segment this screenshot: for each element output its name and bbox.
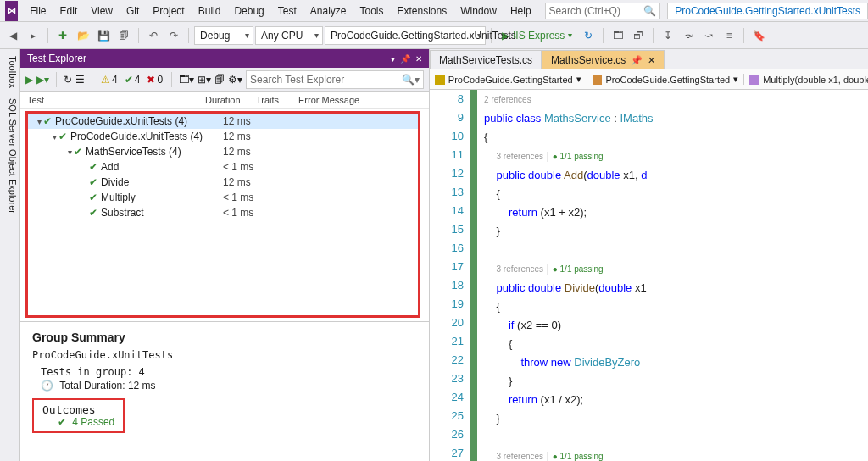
open-button[interactable]: 📂 bbox=[74, 26, 92, 45]
start-debug-label: IIS Express bbox=[513, 30, 565, 42]
repeat-button[interactable]: ↻ bbox=[64, 74, 72, 86]
test-row[interactable]: ✔Add< 1 ms bbox=[28, 159, 418, 175]
run-button[interactable]: ▶▾ bbox=[36, 74, 49, 86]
dropdown-icon[interactable]: ▾ bbox=[391, 54, 395, 64]
nav-breadcrumb: ProCodeGuide.GettingStarted ▾ ProCodeGui… bbox=[430, 69, 868, 90]
main-toolbar: ◀ ▸ ✚ 📂 💾 🗐 ↶ ↷ Debug Any CPU ProCodeGui… bbox=[0, 22, 868, 49]
nav-back-button[interactable]: ◀ bbox=[3, 26, 22, 45]
menu-file[interactable]: File bbox=[23, 2, 53, 20]
summary-group-name: ProCodeGuide.xUnitTests bbox=[32, 349, 417, 361]
menu-extensions[interactable]: Extensions bbox=[391, 2, 454, 20]
summary-heading: Group Summary bbox=[32, 330, 417, 344]
crumb-namespace[interactable]: ProCodeGuide.GettingStarted ▾ bbox=[587, 74, 745, 85]
quick-launch-input[interactable]: Search (Ctrl+Q) 🔍 bbox=[545, 3, 661, 19]
file-tab-strip: MathServiceTests.cs MathsService.cs 📌 ✕ … bbox=[430, 49, 868, 69]
solution-name-label[interactable]: ProCodeGuide.GettingStarted.xUnitTests bbox=[667, 3, 868, 19]
toolbar-btn-1[interactable]: 🗔 bbox=[609, 26, 627, 45]
header-error[interactable]: Error Message bbox=[298, 95, 359, 105]
menu-bar: File Edit View Git Project Build Debug T… bbox=[23, 2, 537, 20]
bookmark-icon[interactable]: 🔖 bbox=[749, 26, 768, 45]
nav-fwd-button[interactable]: ▸ bbox=[24, 26, 42, 45]
startup-combo[interactable]: ProCodeGuide.GettingStarted.xUnitTests bbox=[325, 26, 486, 45]
outcomes-label: Outcomes bbox=[42, 403, 114, 416]
test-search-input[interactable]: Search Test Explorer 🔍▾ bbox=[246, 70, 424, 89]
summary-tests-count: Tests in group: 4 bbox=[41, 366, 417, 378]
menu-build[interactable]: Build bbox=[192, 2, 228, 20]
summary-duration: 🕐 Total Duration: 12 ms bbox=[41, 380, 417, 392]
side-dock: Toolbox SQL Server Object Explorer bbox=[0, 49, 20, 461]
crumb-method[interactable]: Multiply(double x1, double x2) ▾ bbox=[744, 74, 868, 85]
vs-logo-icon: ⋈ bbox=[5, 1, 18, 21]
test-row[interactable]: ✔Substract< 1 ms bbox=[28, 205, 418, 220]
menu-edit[interactable]: Edit bbox=[53, 2, 85, 20]
search-icon: 🔍▾ bbox=[402, 74, 420, 86]
quick-launch-placeholder: Search (Ctrl+Q) bbox=[549, 5, 644, 17]
test-row[interactable]: ▾✔MathServiceTests (4)12 ms bbox=[28, 144, 418, 159]
pin-icon[interactable]: 📌 bbox=[400, 54, 410, 64]
step-over-icon[interactable]: ⤼ bbox=[679, 26, 698, 45]
pass-count-badge[interactable]: ✔4 bbox=[123, 74, 142, 86]
file-tab-label: MathsService.cs bbox=[551, 54, 626, 66]
side-tab-toolbox[interactable]: Toolbox bbox=[0, 54, 19, 90]
pin-icon[interactable]: 📌 bbox=[631, 55, 643, 66]
side-tab-sql[interactable]: SQL Server Object Explorer bbox=[0, 97, 19, 215]
playlist-button[interactable]: ☰ bbox=[75, 74, 85, 86]
title-bar: ⋈ File Edit View Git Project Build Debug… bbox=[0, 0, 868, 22]
test-explorer-titlebar[interactable]: Test Explorer ▾ 📌 ✕ bbox=[20, 49, 429, 68]
menu-debug[interactable]: Debug bbox=[227, 2, 270, 20]
test-explorer-toolbar: ▶ ▶▾ ↻ ☰ ⚠4 ✔4 ✖0 🗔▾ ⊞▾ 🗐 ⚙▾ Search Test… bbox=[20, 68, 429, 92]
file-tab-mathservicetests[interactable]: MathServiceTests.cs bbox=[430, 50, 542, 69]
platform-combo[interactable]: Any CPU bbox=[255, 26, 323, 45]
warn-count-badge[interactable]: ⚠4 bbox=[99, 74, 120, 86]
test-list-headers: Test Duration Traits Error Message bbox=[20, 92, 429, 109]
toolbar-btn-3[interactable]: ≡ bbox=[720, 26, 738, 45]
run-all-button[interactable]: ▶ bbox=[25, 74, 33, 86]
file-tab-label: MathServiceTests.cs bbox=[439, 54, 532, 66]
refresh-button[interactable]: ↻ bbox=[579, 26, 598, 45]
redo-button[interactable]: ↷ bbox=[164, 26, 183, 45]
undo-button[interactable]: ↶ bbox=[144, 26, 163, 45]
toolbar-btn-2[interactable]: 🗗 bbox=[629, 26, 648, 45]
menu-view[interactable]: View bbox=[84, 2, 120, 20]
save-all-button[interactable]: 🗐 bbox=[114, 26, 133, 45]
close-tab-icon[interactable]: ✕ bbox=[648, 55, 655, 66]
config-combo[interactable]: Debug bbox=[194, 26, 253, 45]
test-results-highlight: ▾✔ProCodeGuide.xUnitTests (4)12 ms▾✔ProC… bbox=[25, 111, 420, 318]
test-row[interactable]: ✔Divide12 ms bbox=[28, 175, 418, 190]
menu-tools[interactable]: Tools bbox=[353, 2, 391, 20]
menu-git[interactable]: Git bbox=[120, 2, 146, 20]
step-into-icon[interactable]: ↧ bbox=[659, 26, 677, 45]
save-button[interactable]: 💾 bbox=[94, 26, 113, 45]
view-button-2[interactable]: 🗐 bbox=[214, 74, 225, 86]
code-editor-panel: MathServiceTests.cs MathsService.cs 📌 ✕ … bbox=[430, 49, 868, 461]
group-summary: Group Summary ProCodeGuide.xUnitTests Te… bbox=[20, 321, 429, 442]
test-search-placeholder: Search Test Explorer bbox=[250, 74, 402, 86]
search-icon: 🔍 bbox=[643, 5, 656, 17]
header-duration[interactable]: Duration bbox=[205, 95, 256, 105]
change-marker-gutter bbox=[470, 90, 477, 461]
test-explorer-title: Test Explorer bbox=[27, 53, 386, 64]
menu-project[interactable]: Project bbox=[146, 2, 191, 20]
menu-help[interactable]: Help bbox=[504, 2, 538, 20]
code-area[interactable]: 8910111213141516171819202122232425262728… bbox=[430, 90, 868, 461]
outcomes-highlight: Outcomes ✔ 4 Passed bbox=[32, 398, 125, 433]
settings-button[interactable]: ⚙▾ bbox=[228, 74, 242, 86]
code-content[interactable]: 2 referencespublic class MathsService : … bbox=[484, 90, 653, 461]
test-row[interactable]: ▾✔ProCodeGuide.xUnitTests (4)12 ms bbox=[28, 114, 418, 129]
test-explorer-panel: Test Explorer ▾ 📌 ✕ ▶ ▶▾ ↻ ☰ ⚠4 ✔4 ✖0 🗔▾… bbox=[20, 49, 430, 461]
test-row[interactable]: ✔Multiply< 1 ms bbox=[28, 190, 418, 205]
crumb-project[interactable]: ProCodeGuide.GettingStarted ▾ bbox=[430, 74, 587, 85]
menu-test[interactable]: Test bbox=[271, 2, 303, 20]
close-icon[interactable]: ✕ bbox=[415, 54, 422, 64]
file-tab-mathsservice[interactable]: MathsService.cs 📌 ✕ bbox=[542, 50, 665, 69]
view-button-1[interactable]: 🗔▾ bbox=[179, 74, 194, 86]
group-by-button[interactable]: ⊞▾ bbox=[198, 74, 211, 86]
step-out-icon[interactable]: ⤻ bbox=[699, 26, 718, 45]
header-test[interactable]: Test bbox=[27, 95, 205, 105]
header-traits[interactable]: Traits bbox=[256, 95, 298, 105]
test-row[interactable]: ▾✔ProCodeGuide.xUnitTests (4)12 ms bbox=[28, 129, 418, 144]
menu-window[interactable]: Window bbox=[453, 2, 504, 20]
new-item-button[interactable]: ✚ bbox=[53, 26, 72, 45]
menu-analyze[interactable]: Analyze bbox=[303, 2, 353, 20]
fail-count-badge[interactable]: ✖0 bbox=[145, 74, 164, 86]
